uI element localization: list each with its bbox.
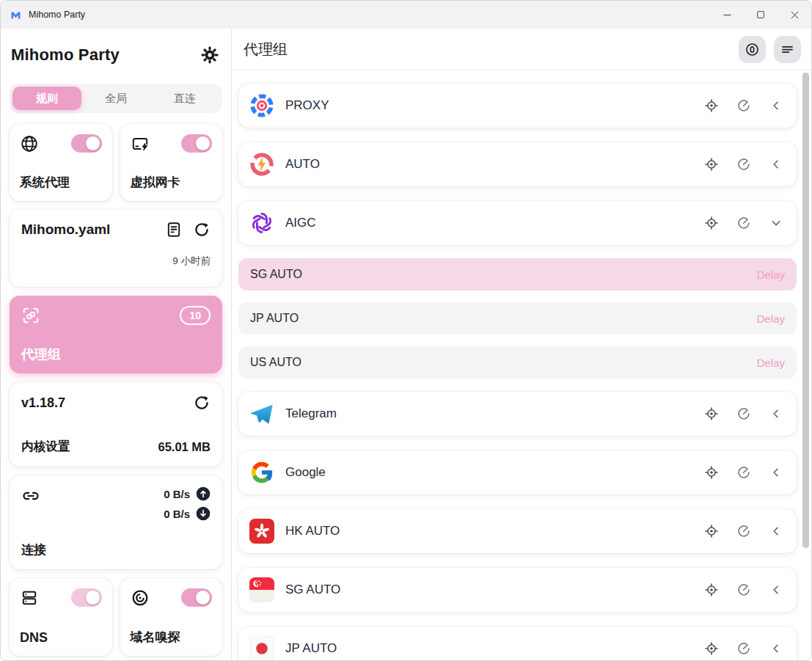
- proxy-node-row[interactable]: US AUTO Delay: [238, 346, 797, 379]
- chevron-left-icon[interactable]: [769, 406, 783, 421]
- proxy-groups-nav-label: 代理组: [21, 346, 211, 363]
- jp-flag-icon: [249, 636, 274, 661]
- group-name: AUTO: [285, 157, 704, 172]
- group-row-proxy[interactable]: PROXY: [238, 84, 797, 128]
- main-header: 代理组: [233, 29, 811, 70]
- globe-icon: [20, 134, 39, 153]
- core-settings-label: 内核设置: [21, 439, 70, 455]
- locate-icon[interactable]: [704, 157, 719, 172]
- sidebar: Mihomo Party: [1, 29, 232, 660]
- speedtest-icon[interactable]: [736, 157, 751, 172]
- maximize-button[interactable]: [744, 1, 778, 29]
- chevron-left-icon[interactable]: [769, 583, 783, 597]
- chevron-left-icon[interactable]: [769, 157, 783, 172]
- sniff-label: 域名嗅探: [131, 629, 213, 646]
- lightning-logo-icon: [249, 152, 274, 177]
- system-proxy-label: 系统代理: [20, 174, 102, 191]
- google-logo-icon: [249, 460, 274, 485]
- locate-icon[interactable]: [704, 524, 719, 538]
- file-text-icon[interactable]: [165, 221, 183, 238]
- chevron-left-icon[interactable]: [769, 98, 783, 113]
- proxy-node-name: US AUTO: [250, 356, 301, 369]
- scrollbar[interactable]: [802, 73, 810, 548]
- core-memory: 65.01 MB: [158, 440, 211, 454]
- locate-icon[interactable]: [704, 406, 719, 421]
- locate-icon[interactable]: [704, 465, 719, 480]
- chevron-down-icon[interactable]: [769, 216, 783, 230]
- hk-flag-icon: [249, 519, 274, 544]
- core-card[interactable]: v1.18.7 内核设置 65.01 MB: [10, 382, 222, 467]
- connections-card[interactable]: 0 B/s 0 B/s 连接: [10, 475, 222, 569]
- close-button[interactable]: [778, 1, 811, 29]
- minimize-button[interactable]: [710, 1, 744, 29]
- list-view-button[interactable]: [774, 36, 801, 63]
- network-card-icon: [131, 134, 150, 153]
- proxy-group-list: PROXY AUTO: [233, 70, 811, 661]
- group-name: Telegram: [285, 406, 704, 421]
- group-row-hk-auto[interactable]: HK AUTO: [238, 509, 797, 553]
- delay-sort-button[interactable]: [739, 36, 766, 63]
- radar-icon: [131, 588, 150, 607]
- proxy-node-row[interactable]: SG AUTO Delay: [238, 258, 797, 291]
- gear-icon[interactable]: [200, 45, 219, 65]
- speedtest-icon[interactable]: [736, 583, 751, 597]
- delay-button[interactable]: Delay: [757, 357, 785, 369]
- group-name: Google: [285, 465, 704, 480]
- tun-toggle[interactable]: [181, 134, 212, 153]
- chevron-left-icon[interactable]: [769, 641, 783, 656]
- group-name: HK AUTO: [285, 524, 704, 538]
- locate-icon[interactable]: [704, 98, 719, 113]
- proxy-node-name: SG AUTO: [250, 268, 302, 281]
- link-icon: [21, 486, 40, 505]
- group-name: JP AUTO: [285, 641, 704, 656]
- tab-direct[interactable]: 直连: [150, 87, 219, 110]
- profile-card[interactable]: Mihomo.yaml 9 小时前: [10, 210, 222, 287]
- group-row-telegram[interactable]: Telegram: [238, 392, 797, 436]
- scrollbar-thumb[interactable]: [802, 73, 809, 548]
- group-row-sg-auto[interactable]: SG AUTO: [238, 568, 797, 612]
- profile-name: Mihomo.yaml: [21, 222, 165, 238]
- group-row-google[interactable]: Google: [238, 450, 797, 494]
- mode-tab-group: 规则 全局 直连: [10, 84, 222, 113]
- locate-icon[interactable]: [704, 583, 719, 597]
- locate-icon[interactable]: [704, 641, 719, 656]
- speedtest-icon[interactable]: [736, 98, 751, 113]
- dns-toggle[interactable]: [71, 588, 102, 607]
- openai-logo-icon: [249, 211, 274, 235]
- chevron-left-icon[interactable]: [769, 524, 783, 538]
- connections-label: 连接: [21, 541, 211, 558]
- system-proxy-toggle[interactable]: [71, 134, 102, 153]
- core-refresh-icon[interactable]: [193, 394, 211, 412]
- speedtest-icon[interactable]: [736, 465, 751, 480]
- group-row-jp-auto[interactable]: JP AUTO: [238, 627, 797, 661]
- chevron-left-icon[interactable]: [769, 465, 783, 480]
- group-row-aigc[interactable]: AIGC: [238, 201, 797, 245]
- tun-card[interactable]: 虚拟网卡: [120, 124, 223, 201]
- app-logo-icon: [10, 9, 22, 21]
- speedtest-icon[interactable]: [736, 524, 751, 538]
- delay-button[interactable]: Delay: [757, 313, 785, 325]
- group-row-auto[interactable]: AUTO: [238, 142, 797, 186]
- sniff-card[interactable]: 域名嗅探: [120, 578, 223, 656]
- titlebar[interactable]: Mihomo Party: [1, 1, 811, 29]
- sidebar-header: Mihomo Party: [11, 39, 219, 71]
- proxy-logo-icon: [249, 93, 274, 118]
- speedtest-icon[interactable]: [736, 406, 751, 421]
- speedtest-icon[interactable]: [736, 641, 751, 656]
- tab-global[interactable]: 全局: [81, 87, 150, 110]
- locate-icon[interactable]: [704, 216, 719, 230]
- system-proxy-card[interactable]: 系统代理: [10, 124, 112, 201]
- delay-button[interactable]: Delay: [757, 269, 785, 281]
- tab-rule[interactable]: 规则: [12, 87, 81, 110]
- dns-card[interactable]: DNS: [10, 578, 112, 656]
- proxy-node-row[interactable]: JP AUTO Delay: [238, 302, 797, 335]
- group-scan-icon: [21, 306, 40, 325]
- proxy-node-name: JP AUTO: [250, 312, 299, 325]
- server-icon: [20, 588, 39, 607]
- dns-label: DNS: [20, 630, 102, 646]
- sniff-toggle[interactable]: [181, 588, 212, 607]
- refresh-icon[interactable]: [193, 221, 211, 238]
- speedtest-icon[interactable]: [736, 216, 751, 230]
- proxy-groups-nav-card[interactable]: 10 代理组: [10, 296, 222, 373]
- sg-flag-icon: [249, 577, 274, 602]
